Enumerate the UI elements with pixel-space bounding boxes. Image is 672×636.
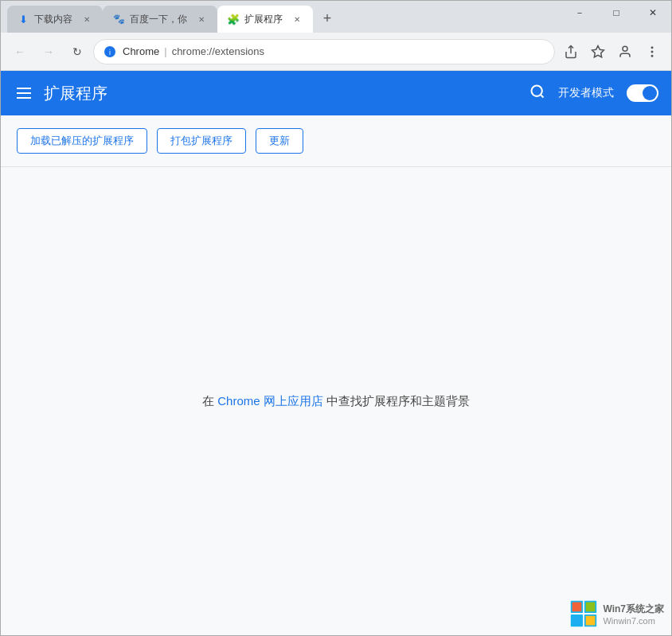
toggle-knob <box>643 86 657 100</box>
puzzle-icon: 🧩 <box>227 13 240 25</box>
extensions-header: 扩展程序 开发者模式 <box>1 71 671 115</box>
dev-mode-toggle[interactable] <box>627 84 658 102</box>
watermark-logo-icon <box>569 599 598 628</box>
pack-extension-button[interactable]: 打包扩展程序 <box>157 128 246 154</box>
address-text: Chrome | chrome://extensions <box>123 45 545 57</box>
header-right-controls: 开发者模式 <box>529 84 658 103</box>
nav-right-buttons <box>558 39 665 64</box>
empty-state-message: 在 Chrome 网上应用店 中查找扩展程序和主题背景 <box>202 394 470 409</box>
tab-close-extensions[interactable]: ✕ <box>291 13 303 25</box>
load-unpacked-button[interactable]: 加载已解压的扩展程序 <box>17 128 147 154</box>
address-separator: | <box>164 45 166 57</box>
profile-button[interactable] <box>612 39 638 64</box>
baidu-icon: 🐾 <box>112 13 125 25</box>
tabs-bar: ⬇ 下载内容 ✕ 🐾 百度一下，你 ✕ 🧩 扩展程序 ✕ + <box>1 1 338 33</box>
svg-rect-15 <box>572 616 582 626</box>
hamburger-menu-button[interactable] <box>14 84 34 102</box>
svg-rect-16 <box>586 616 596 626</box>
address-url: chrome://extensions <box>172 45 264 57</box>
address-brand: Chrome <box>123 45 159 57</box>
extensions-content-area: 在 Chrome 网上应用店 中查找扩展程序和主题背景 <box>1 167 671 635</box>
tab-baidu-label: 百度一下，你 <box>130 13 187 26</box>
chrome-web-store-link[interactable]: Chrome 网上应用店 <box>217 394 323 409</box>
svg-point-4 <box>623 46 627 51</box>
svg-point-7 <box>651 55 653 57</box>
search-icon[interactable] <box>529 84 545 103</box>
reload-button[interactable]: ↻ <box>64 39 90 64</box>
forward-button[interactable]: → <box>36 39 61 64</box>
developer-buttons-bar: 加载已解压的扩展程序 打包扩展程序 更新 <box>1 115 671 167</box>
window-controls: － □ ✕ <box>561 1 671 25</box>
bookmark-button[interactable] <box>585 39 611 64</box>
watermark-text: Win7系统之家 Winwin7.com <box>603 603 664 626</box>
svg-marker-3 <box>592 45 604 57</box>
svg-point-6 <box>651 51 653 53</box>
tab-download-label: 下载内容 <box>34 13 72 26</box>
watermark: Win7系统之家 Winwin7.com <box>569 599 664 628</box>
back-button[interactable]: ← <box>7 39 33 64</box>
minimize-button[interactable]: － <box>561 1 598 25</box>
svg-point-5 <box>651 47 653 49</box>
download-icon: ⬇ <box>17 13 29 25</box>
maximize-button[interactable]: □ <box>598 1 635 25</box>
nav-bar: ← → ↻ i Chrome | chrome://extensions <box>1 33 671 71</box>
tab-download[interactable]: ⬇ 下载内容 ✕ <box>7 6 103 33</box>
tab-extensions[interactable]: 🧩 扩展程序 ✕ <box>217 6 313 33</box>
tab-close-baidu[interactable]: ✕ <box>195 13 208 25</box>
tab-extensions-label: 扩展程序 <box>244 13 283 26</box>
dev-mode-label: 开发者模式 <box>558 86 614 100</box>
svg-point-8 <box>532 85 542 96</box>
site-secure-icon: i <box>104 45 116 58</box>
svg-rect-13 <box>572 603 582 612</box>
extensions-page-title: 扩展程序 <box>44 83 520 104</box>
menu-button[interactable] <box>639 39 665 64</box>
address-bar[interactable]: i Chrome | chrome://extensions <box>93 39 555 64</box>
close-button[interactable]: ✕ <box>635 1 671 25</box>
title-bar: ⬇ 下载内容 ✕ 🐾 百度一下，你 ✕ 🧩 扩展程序 ✕ + － □ ✕ <box>1 1 671 33</box>
svg-text:i: i <box>109 49 111 57</box>
empty-message-prefix: 在 <box>202 394 214 409</box>
empty-message-suffix: 中查找扩展程序和主题背景 <box>326 394 470 409</box>
svg-rect-14 <box>586 603 596 612</box>
update-button[interactable]: 更新 <box>256 128 303 154</box>
tab-baidu[interactable]: 🐾 百度一下，你 ✕ <box>103 6 217 33</box>
new-tab-button[interactable]: + <box>316 7 338 29</box>
share-button[interactable] <box>558 39 584 64</box>
tab-close-download[interactable]: ✕ <box>80 13 93 25</box>
